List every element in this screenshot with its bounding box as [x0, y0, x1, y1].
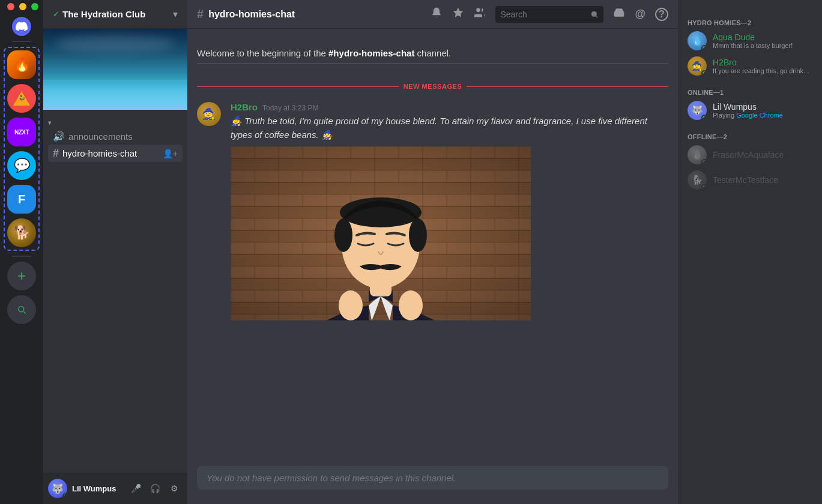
find-server-button[interactable] — [7, 295, 36, 324]
member-h2bro[interactable]: 🧙 H2Bro If you are reading this, go drin… — [683, 54, 817, 78]
svg-rect-26 — [413, 295, 418, 307]
svg-rect-25 — [407, 293, 412, 307]
member-lil-wumpus[interactable]: 🐺 Lil Wumpus Playing Google Chrome — [683, 98, 817, 122]
server-icon-doge[interactable]: 🐕 — [7, 218, 36, 247]
at-icon[interactable]: @ — [635, 8, 645, 20]
server-separator-2 — [12, 256, 31, 257]
window-close-button[interactable] — [7, 3, 14, 10]
tester-avatar: 🐕 — [688, 170, 707, 190]
fraser-avatar: 💧 — [688, 145, 707, 164]
chat-input-placeholder: You do not have permission to send messa… — [207, 473, 456, 483]
server-icon-potatobot[interactable]: 💬 — [7, 151, 36, 180]
chat-input-box: You do not have permission to send messa… — [197, 466, 668, 490]
channel-announcements[interactable]: 🔊 announcements — [48, 128, 183, 145]
fraser-status — [701, 159, 707, 164]
add-member-icon[interactable]: 👤+ — [163, 149, 178, 158]
server-name: ✓ The Hydration Club — [53, 9, 145, 19]
aqua-dude-name: Aqua Dude — [713, 32, 812, 42]
h2bro-status — [701, 70, 707, 76]
channel-name-header: hydro-homies-chat — [208, 9, 295, 20]
server-banner — [43, 29, 187, 110]
channel-hash-icon: # — [197, 7, 204, 21]
nzxt-label: NZXT — [14, 129, 29, 136]
server-name-label: The Hydration Club — [62, 9, 145, 19]
h2bro-avatar: 🧙 — [688, 56, 707, 76]
headset-button[interactable]: 🎧 — [147, 480, 163, 497]
member-aqua-dude[interactable]: 💧 Aqua Dude Mmm that is a tasty burger! — [683, 29, 817, 53]
message-author[interactable]: H2Bro — [231, 102, 258, 112]
channel-sidebar: ✓ The Hydration Club ▾ ▾ 🔊 announcements… — [43, 0, 187, 504]
search-input[interactable] — [500, 10, 587, 19]
server-separator — [12, 41, 31, 42]
channel-hydro-homies-chat[interactable]: # hydro-homies-chat 👤+ — [48, 145, 183, 162]
message-group: 🧙 H2Bro Today at 3:23 PM 🧙 Truth be told… — [187, 100, 678, 323]
verified-icon: ✓ — [53, 10, 59, 19]
message-avatar[interactable]: 🧙 — [197, 102, 221, 126]
channel-category-text[interactable]: ▾ — [43, 110, 187, 128]
h2bro-name: H2Bro — [713, 58, 812, 67]
lil-wumpus-activity: Playing Google Chrome — [713, 112, 812, 119]
hash-icon: # — [53, 147, 59, 160]
member-list: HYDRO HOMIES—2 💧 Aqua Dude Mmm that is a… — [678, 0, 822, 504]
h2bro-activity: If you are reading this, go drink... — [713, 67, 812, 74]
speaker-icon: 🔊 — [53, 131, 65, 142]
main-chat: # hydro-homies-chat — [187, 0, 678, 504]
server-icon-nzxt[interactable]: NZXT — [7, 118, 36, 146]
discord-home-button[interactable] — [12, 17, 31, 36]
search-icon — [590, 10, 599, 19]
lil-wumpus-info: Lil Wumpus Playing Google Chrome — [713, 102, 812, 119]
message-text: 🧙 Truth be told, I'm quite proud of my h… — [231, 115, 668, 142]
user-status-dot — [62, 493, 67, 498]
f-label: F — [18, 193, 25, 206]
aqua-dude-activity: Mmm that is a tasty burger! — [713, 42, 812, 49]
channel-hydro-label: hydro-homies-chat — [62, 148, 137, 158]
message-image — [231, 146, 531, 320]
message-image-placeholder — [231, 146, 531, 320]
lil-wumpus-name: Lil Wumpus — [713, 102, 812, 112]
svg-point-17 — [334, 218, 352, 252]
window-controls — [0, 0, 43, 13]
member-category-offline: OFFLINE—2 — [683, 124, 817, 143]
window-minimize-button[interactable] — [19, 3, 26, 10]
new-messages-divider: NEW MESSAGES — [187, 78, 678, 95]
pin-icon[interactable] — [452, 7, 464, 22]
svg-rect-22 — [349, 293, 354, 307]
lil-wumpus-status — [701, 115, 707, 120]
add-server-button[interactable]: + — [7, 262, 36, 290]
settings-button[interactable]: ⚙ — [166, 480, 183, 497]
user-info: Lil Wumpus — [72, 484, 122, 493]
new-messages-line-left — [197, 86, 399, 87]
svg-point-0 — [591, 11, 597, 16]
window-maximize-button[interactable] — [31, 3, 38, 10]
user-controls: 🎤 🎧 ⚙ — [127, 480, 183, 497]
member-tester[interactable]: 🐕 TesterMcTestface — [683, 168, 817, 192]
mic-button[interactable]: 🎤 — [127, 480, 144, 497]
help-icon[interactable]: ? — [655, 8, 668, 21]
member-fraser[interactable]: 💧 FraserMcAquaface — [683, 143, 817, 167]
fraser-info: FraserMcAquaface — [713, 150, 812, 160]
svg-rect-23 — [355, 295, 360, 307]
inbox-icon[interactable] — [613, 7, 625, 22]
message-image-svg — [231, 146, 531, 320]
tester-status — [701, 184, 707, 190]
chat-input-area: You do not have permission to send messa… — [187, 461, 678, 504]
server-header[interactable]: ✓ The Hydration Club ▾ — [43, 0, 187, 29]
chat-header: # hydro-homies-chat — [187, 0, 678, 29]
members-icon[interactable] — [474, 7, 486, 22]
server-icon-f[interactable]: F — [7, 185, 36, 214]
new-messages-label: NEW MESSAGES — [399, 83, 467, 90]
server-icon-warning[interactable]: 🦆 — [7, 84, 36, 113]
message-content: H2Bro Today at 3:23 PM 🧙 Truth be told, … — [231, 102, 668, 320]
channel-announcements-label: announcements — [68, 131, 133, 142]
server-icon-hydration[interactable]: 🔥 — [7, 50, 36, 79]
current-user-avatar: 🐺 — [48, 479, 67, 498]
svg-line-1 — [596, 16, 598, 17]
bell-icon[interactable] — [431, 7, 443, 22]
server-icon-group: 🔥 🦆 NZXT 💬 F 🐕 — [4, 47, 40, 251]
search-bar[interactable] — [495, 6, 603, 23]
member-category-hydro-homies: HYDRO HOMIES—2 — [683, 10, 817, 29]
svg-point-18 — [409, 218, 427, 252]
server-list: 🔥 🦆 NZXT 💬 F 🐕 — [0, 0, 43, 504]
welcome-message: Welcome to the beginning of the #hydro-h… — [187, 38, 678, 73]
channel-title: # hydro-homies-chat — [197, 7, 295, 21]
